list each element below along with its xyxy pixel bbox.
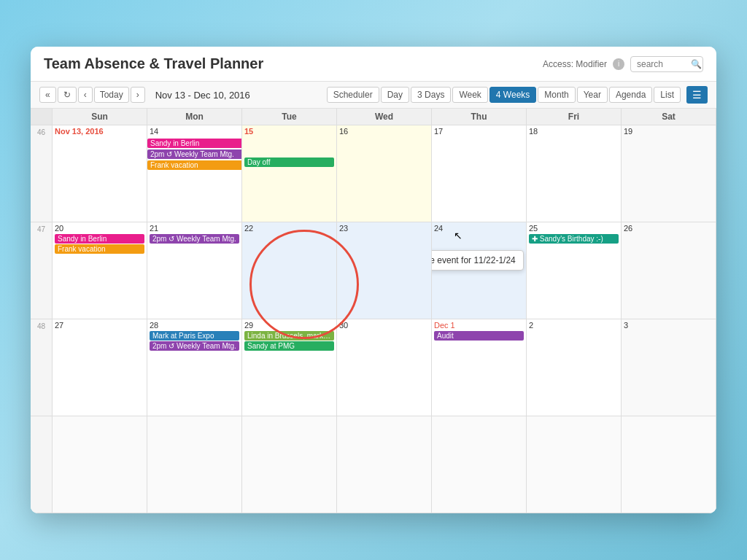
header-fri: Fri [527,109,622,125]
day-nov23[interactable]: 23 [337,222,432,319]
nav-first-button[interactable]: « [39,87,56,103]
day-nov20[interactable]: 20 Sandy in Berlin Frank vacation [53,222,147,319]
view-list[interactable]: List [654,87,681,103]
nav-refresh-button[interactable]: ↻ [58,87,77,103]
nav-prev-button[interactable]: ‹ [78,87,93,103]
event-linda-brussels[interactable]: Linda in Brussels, marketing practice gr… [244,331,334,341]
event-sandy-berlin-w47[interactable]: Sandy in Berlin [55,234,144,244]
week-num-48: 48 [31,319,53,416]
calendar: Sun Mon Tue Wed Thu Fri Sat 46 Nov 13, 2… [31,109,716,513]
day-nov19[interactable]: 19 [622,125,716,222]
event-sandy-berlin-w46[interactable]: Sandy in Berlin [147,139,242,148]
day-extra-1[interactable] [147,416,242,513]
day-extra-3[interactable] [337,416,432,513]
week-47: 47 20 Sandy in Berlin Frank vacation 21 … [31,222,716,319]
week-48: 48 27 28 Mark at Paris Expo 2pm ↺ Weekly… [31,319,716,416]
day-number: 16 [339,127,429,136]
day-nov27[interactable]: 27 [53,319,147,416]
view-year[interactable]: Year [577,87,608,103]
event-frank-vacation-w47[interactable]: Frank vacation [55,244,144,254]
nav-next-button[interactable]: › [131,87,145,103]
day-nov26[interactable]: 26 [622,222,716,319]
header: Team Absence & Travel Planner Access: Mo… [31,47,716,82]
day-extra-0[interactable] [53,416,147,513]
day-number: 14 [150,127,239,136]
calendar-header: Sun Mon Tue Wed Thu Fri Sat [31,109,716,125]
day-extra-4[interactable] [432,416,527,513]
nav-controls: « ↻ ‹ Today › [39,87,145,103]
day-number: 21 [150,224,239,233]
day-nov16[interactable]: 16 [337,125,432,222]
day-nov21[interactable]: 21 2pm ↺ Weekly Team Mtg. [147,222,242,319]
day-nov15[interactable]: 15 Day off [242,125,337,222]
date-range: Nov 13 - Dec 10, 2016 [155,90,250,101]
week-num-46: 46 [31,125,53,222]
day-extra-6[interactable] [622,416,716,513]
view-day[interactable]: Day [381,87,409,103]
day-nov24[interactable]: 24 ✓ Create event for 11/22-1/24 ↖ [432,222,527,319]
calendar-body: 46 Nov 13, 2016 14 Sandy in Berlin 2pm ↺… [31,125,716,513]
week-num-extra [31,416,53,513]
header-thu: Thu [432,109,527,125]
day-number: 22 [244,224,334,233]
day-number: 25 [529,224,619,233]
search-icon: 🔍 [691,59,702,69]
day-dec2[interactable]: 2 [527,319,622,416]
event-audit[interactable]: Audit [434,331,524,341]
day-number: Dec 1 [434,321,524,330]
day-extra-2[interactable] [242,416,337,513]
day-nov30[interactable]: 30 [337,319,432,416]
day-number: 24 [434,224,524,233]
day-number: 20 [55,224,144,233]
day-nov28[interactable]: 28 Mark at Paris Expo 2pm ↺ Weekly Team … [147,319,242,416]
day-number: 2 [529,321,619,330]
day-nov18[interactable]: 18 [527,125,622,222]
day-nov13[interactable]: Nov 13, 2016 [53,125,147,222]
week-num-47: 47 [31,222,53,319]
view-month[interactable]: Month [538,87,575,103]
day-number: 29 [244,321,334,330]
toolbar: « ↻ ‹ Today › Nov 13 - Dec 10, 2016 Sche… [31,82,716,109]
day-nov25[interactable]: 25 ✚ Sandy's Birthday :-) [527,222,622,319]
day-number: 28 [150,321,239,330]
day-nov29[interactable]: 29 Linda in Brussels, marketing practice… [242,319,337,416]
event-mark-paris[interactable]: Mark at Paris Expo [150,331,239,341]
event-day-off[interactable]: Day off [244,158,334,167]
event-frank-vacation-w46[interactable]: Frank vacation [147,160,242,170]
event-weekly-mtg-w47[interactable]: 2pm ↺ Weekly Team Mtg. [150,234,239,244]
day-nov17[interactable]: 17 [432,125,527,222]
week-extra [31,416,716,513]
event-weekly-mtg-w48[interactable]: 2pm ↺ Weekly Team Mtg. [150,341,239,351]
tooltip-text: Create event for 11/22-1/24 [432,255,516,265]
header-sat: Sat [622,109,716,125]
view-3days[interactable]: 3 Days [411,87,451,103]
day-dec1[interactable]: Dec 1 Audit [432,319,527,416]
day-dec3[interactable]: 3 [622,319,716,416]
app-window: Team Absence & Travel Planner Access: Mo… [31,47,716,513]
today-button[interactable]: Today [94,87,129,103]
header-sun: Sun [53,109,147,125]
day-nov22[interactable]: 22 [242,222,337,319]
day-number: 17 [434,127,524,136]
view-4weeks[interactable]: 4 Weeks [489,87,536,103]
day-nov14[interactable]: 14 Sandy in Berlin 2pm ↺ Weekly Team Mtg… [147,125,242,222]
day-extra-5[interactable] [527,416,622,513]
menu-button[interactable]: ☰ [686,86,708,104]
info-icon[interactable]: i [613,58,624,70]
event-sandy-birthday[interactable]: ✚ Sandy's Birthday :-) [529,234,619,244]
day-number: Nov 13, 2016 [55,127,144,136]
search-input[interactable] [637,59,688,69]
day-number: 3 [624,321,713,330]
view-scheduler[interactable]: Scheduler [327,87,379,103]
search-box[interactable]: 🔍 [630,56,703,72]
event-weekly-mtg-w46[interactable]: 2pm ↺ Weekly Team Mtg. [147,149,242,159]
day-number: 23 [339,224,429,233]
day-number: 19 [624,127,713,136]
view-week[interactable]: Week [452,87,487,103]
view-agenda[interactable]: Agenda [609,87,652,103]
access-label: Access: Modifier [543,59,607,69]
day-number: 26 [624,224,713,233]
view-buttons: Scheduler Day 3 Days Week 4 Weeks Month … [327,87,681,103]
app-title: Team Absence & Travel Planner [44,55,263,72]
event-sandy-pmg[interactable]: Sandy at PMG [244,341,334,351]
